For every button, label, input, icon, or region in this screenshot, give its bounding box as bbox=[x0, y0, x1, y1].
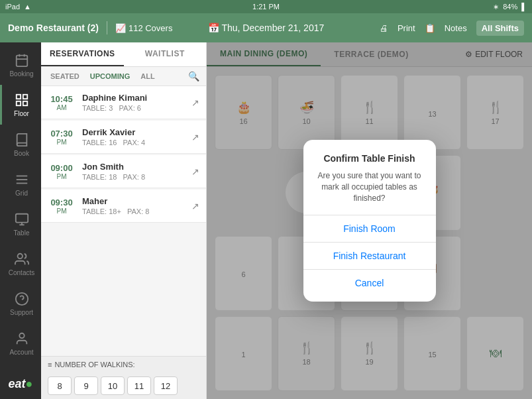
res-action-icon-0[interactable]: ↗ bbox=[191, 97, 199, 108]
res-action-icon-3[interactable]: ↗ bbox=[191, 201, 199, 211]
sidebar-item-booking[interactable]: Booking bbox=[0, 45, 41, 85]
res-action-icon-2[interactable]: ↗ bbox=[191, 166, 199, 177]
panel-tabs: RESERVATIONS WAITLIST bbox=[41, 42, 206, 67]
sidebar-item-support[interactable]: Support bbox=[0, 284, 41, 323]
tab-reservations[interactable]: RESERVATIONS bbox=[41, 42, 124, 66]
walkins-label: NUMBER OF WALKINS: bbox=[54, 361, 134, 369]
battery-icon: ▌ bbox=[521, 3, 527, 11]
cancel-button[interactable]: Cancel bbox=[314, 270, 425, 296]
walkins-icon: ≡ bbox=[48, 361, 52, 369]
res-time-0: 10:45 AM bbox=[48, 94, 76, 111]
walkins-bar: ≡ NUMBER OF WALKINS: bbox=[41, 356, 206, 372]
filter-upcoming[interactable]: UPCOMING bbox=[87, 71, 133, 82]
sidebar-item-table[interactable]: Table bbox=[0, 204, 41, 244]
sidebar-label-floor: Floor bbox=[14, 110, 29, 117]
modal-title: Confirm Table Finish bbox=[314, 153, 425, 164]
svg-point-14 bbox=[17, 253, 22, 258]
walkin-12[interactable]: 12 bbox=[154, 376, 178, 395]
walkin-10[interactable]: 10 bbox=[101, 376, 125, 395]
status-time: 1:21 PM bbox=[252, 3, 280, 11]
res-time-2: 09:00 PM bbox=[48, 163, 76, 180]
sidebar-item-grid[interactable]: Grid bbox=[0, 164, 41, 204]
res-time-1: 07:30 PM bbox=[48, 129, 76, 146]
print-icon: 🖨 bbox=[380, 23, 388, 33]
walkin-8[interactable]: 8 bbox=[48, 376, 72, 395]
notes-icon: 📋 bbox=[425, 23, 435, 33]
finish-room-button[interactable]: Finish Room bbox=[314, 215, 425, 242]
res-info-2: Jon Smith TABLE: 18 PAX: 8 bbox=[82, 162, 191, 181]
search-icon[interactable]: 🔍 bbox=[188, 71, 199, 82]
list-item[interactable]: 10:45 AM Daphine Kimani TABLE: 3 PAX: 6 … bbox=[41, 86, 206, 119]
ipad-label: iPad bbox=[5, 3, 20, 11]
sidebar-item-contacts[interactable]: Contacts bbox=[0, 244, 41, 284]
print-button[interactable]: Print bbox=[398, 23, 415, 33]
res-info-0: Daphine Kimani TABLE: 3 PAX: 6 bbox=[82, 93, 191, 112]
eat-logo: eat● bbox=[9, 377, 33, 391]
res-info-1: Derrik Xavier TABLE: 16 PAX: 4 bbox=[82, 127, 191, 146]
res-action-icon-1[interactable]: ↗ bbox=[191, 132, 199, 142]
list-item[interactable]: 09:00 PM Jon Smith TABLE: 18 PAX: 8 ↗ bbox=[41, 155, 206, 188]
sidebar-item-book[interactable]: Book bbox=[0, 125, 41, 164]
confirm-modal: Confirm Table Finish Are you sure that y… bbox=[303, 140, 436, 301]
floor-area: MAIN DINING (DEMO) TERRACE (DEMO) ⚙ EDIT… bbox=[207, 42, 532, 399]
res-details-2: TABLE: 18 PAX: 8 bbox=[82, 173, 191, 181]
svg-rect-6 bbox=[23, 101, 27, 105]
calendar-icon: 📅 bbox=[208, 23, 222, 33]
svg-rect-7 bbox=[16, 101, 20, 105]
covers-count: 112 Covers bbox=[129, 23, 172, 33]
status-bar: iPad ▲ 1:21 PM ∗ 84% ▌ bbox=[0, 0, 532, 13]
svg-rect-5 bbox=[23, 94, 27, 98]
bluetooth-icon: ∗ bbox=[493, 3, 499, 11]
walkin-11[interactable]: 11 bbox=[127, 376, 151, 395]
svg-rect-0 bbox=[16, 55, 27, 66]
sidebar-item-floor[interactable]: Floor bbox=[0, 85, 41, 125]
sidebar-item-account[interactable]: Account bbox=[0, 323, 41, 363]
svg-rect-4 bbox=[16, 94, 20, 98]
walkins-numbers: 8 9 10 11 12 bbox=[41, 372, 206, 399]
restaurant-name: Demo Restaurant (2) bbox=[8, 23, 99, 33]
sidebar: Booking Floor Book Grid Table Contacts S… bbox=[0, 42, 41, 399]
finish-restaurant-button[interactable]: Finish Restaurant bbox=[314, 243, 425, 269]
list-item[interactable]: 09:30 PM Maher TABLE: 18+ PAX: 8 ↗ bbox=[41, 190, 206, 223]
res-info-3: Maher TABLE: 18+ PAX: 8 bbox=[82, 196, 191, 215]
sidebar-label-table: Table bbox=[14, 229, 30, 237]
eat-dot: ● bbox=[26, 377, 33, 390]
sidebar-label-grid: Grid bbox=[15, 190, 28, 197]
header-date: Thu, December 21, 2017 bbox=[221, 23, 324, 33]
modal-message: Are you sure that you want to mark all o… bbox=[314, 170, 425, 203]
separator bbox=[107, 21, 107, 34]
notes-button[interactable]: Notes bbox=[445, 23, 467, 33]
list-item[interactable]: 07:30 PM Derrik Xavier TABLE: 16 PAX: 4 … bbox=[41, 121, 206, 154]
filter-seated[interactable]: SEATED bbox=[48, 71, 82, 82]
sidebar-label-booking: Booking bbox=[9, 70, 33, 78]
main-layout: Booking Floor Book Grid Table Contacts S… bbox=[0, 42, 532, 399]
trending-icon: 📈 bbox=[115, 23, 126, 33]
sidebar-bottom: eat● bbox=[0, 377, 41, 399]
wifi-icon: ▲ bbox=[24, 3, 31, 11]
svg-point-17 bbox=[19, 333, 24, 337]
allshifts-button[interactable]: All Shifts bbox=[476, 21, 524, 36]
res-time-3: 09:30 PM bbox=[48, 198, 76, 215]
battery-level: 84% bbox=[503, 3, 517, 11]
sidebar-label-support: Support bbox=[10, 309, 33, 316]
sidebar-label-account: Account bbox=[9, 349, 33, 356]
reservation-list: 10:45 AM Daphine Kimani TABLE: 3 PAX: 6 … bbox=[41, 86, 206, 356]
tab-waitlist[interactable]: WAITLIST bbox=[124, 42, 207, 66]
modal-overlay: Confirm Table Finish Are you sure that y… bbox=[207, 42, 532, 399]
res-details-3: TABLE: 18+ PAX: 8 bbox=[82, 207, 191, 215]
filter-all[interactable]: ALL bbox=[138, 71, 157, 82]
res-details-1: TABLE: 16 PAX: 4 bbox=[82, 139, 191, 146]
sidebar-label-book: Book bbox=[14, 150, 29, 157]
sidebar-label-contacts: Contacts bbox=[9, 269, 34, 276]
reservations-panel: RESERVATIONS WAITLIST SEATED UPCOMING AL… bbox=[41, 42, 207, 399]
svg-rect-11 bbox=[15, 213, 27, 222]
res-details-0: TABLE: 3 PAX: 6 bbox=[82, 104, 191, 112]
walkin-9[interactable]: 9 bbox=[74, 376, 98, 395]
filter-bar: SEATED UPCOMING ALL 🔍 bbox=[41, 67, 206, 86]
header: Demo Restaurant (2) 📈 112 Covers 📅 Thu, … bbox=[0, 13, 532, 42]
